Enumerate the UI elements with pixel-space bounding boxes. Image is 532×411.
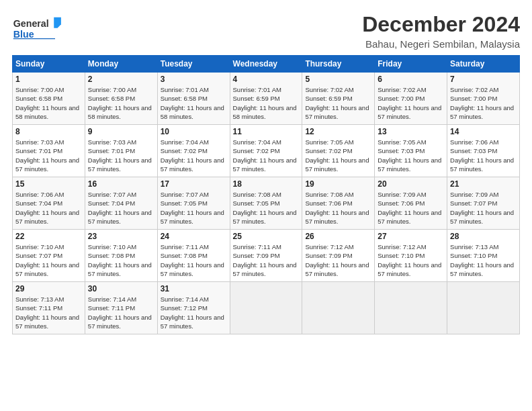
day-info: Sunrise: 7:04 AM Sunset: 7:02 PM Dayligh… (161, 138, 227, 173)
day-info: Sunrise: 7:12 AM Sunset: 7:09 PM Dayligh… (305, 242, 371, 278)
page: General Blue December 2024 Bahau, Negeri… (0, 0, 532, 411)
day-number: 15 (15, 179, 82, 189)
calendar-cell: 14 Sunrise: 7:06 AM Sunset: 7:03 PM Dayl… (447, 125, 520, 177)
calendar-cell (302, 282, 375, 334)
calendar-cell: 15 Sunrise: 7:06 AM Sunset: 7:04 PM Dayl… (13, 177, 85, 230)
calendar-header-friday: Friday (375, 56, 447, 73)
day-info: Sunrise: 7:08 AM Sunset: 7:05 PM Dayligh… (233, 190, 300, 226)
calendar-cell: 1 Sunrise: 7:00 AM Sunset: 6:58 PM Dayli… (13, 73, 85, 125)
subtitle: Bahau, Negeri Sembilan, Malaysia (362, 38, 520, 50)
calendar-header-sunday: Sunday (13, 56, 85, 73)
calendar-cell: 22 Sunrise: 7:10 AM Sunset: 7:07 PM Dayl… (13, 230, 85, 282)
day-number: 6 (378, 75, 444, 84)
calendar-header-thursday: Thursday (302, 56, 375, 73)
day-number: 29 (15, 284, 82, 293)
calendar-cell: 25 Sunrise: 7:11 AM Sunset: 7:09 PM Dayl… (230, 230, 302, 282)
day-info: Sunrise: 7:10 AM Sunset: 7:07 PM Dayligh… (15, 242, 82, 278)
day-info: Sunrise: 7:03 AM Sunset: 7:01 PM Dayligh… (88, 138, 154, 173)
day-number: 20 (378, 179, 444, 189)
day-info: Sunrise: 7:05 AM Sunset: 7:03 PM Dayligh… (378, 138, 444, 173)
calendar-cell: 3 Sunrise: 7:01 AM Sunset: 6:58 PM Dayli… (157, 73, 230, 125)
day-info: Sunrise: 7:06 AM Sunset: 7:03 PM Dayligh… (450, 138, 517, 173)
day-number: 27 (378, 232, 444, 241)
day-number: 11 (233, 127, 300, 136)
calendar-cell: 7 Sunrise: 7:02 AM Sunset: 7:00 PM Dayli… (447, 73, 520, 125)
calendar-week-3: 15 Sunrise: 7:06 AM Sunset: 7:04 PM Dayl… (13, 177, 520, 230)
calendar-cell: 13 Sunrise: 7:05 AM Sunset: 7:03 PM Dayl… (375, 125, 447, 177)
calendar-cell: 19 Sunrise: 7:08 AM Sunset: 7:06 PM Dayl… (302, 177, 375, 230)
day-number: 23 (88, 232, 154, 241)
day-number: 5 (305, 75, 371, 84)
calendar-header-monday: Monday (85, 56, 157, 73)
day-number: 18 (233, 179, 300, 189)
day-number: 19 (305, 179, 371, 189)
day-info: Sunrise: 7:08 AM Sunset: 7:06 PM Dayligh… (305, 190, 371, 226)
day-number: 22 (15, 232, 82, 241)
calendar-cell: 31 Sunrise: 7:14 AM Sunset: 7:12 PM Dayl… (157, 282, 230, 334)
calendar-header-saturday: Saturday (447, 56, 520, 73)
day-number: 30 (88, 284, 154, 293)
day-number: 12 (305, 127, 371, 136)
main-title: December 2024 (362, 12, 520, 37)
calendar-header-tuesday: Tuesday (157, 56, 230, 73)
calendar-cell (375, 282, 447, 334)
day-number: 31 (161, 284, 227, 293)
day-number: 9 (88, 127, 154, 136)
day-number: 26 (305, 232, 371, 241)
day-number: 14 (450, 127, 517, 136)
day-number: 28 (450, 232, 517, 241)
calendar-table: SundayMondayTuesdayWednesdayThursdayFrid… (12, 55, 520, 334)
calendar-cell: 12 Sunrise: 7:05 AM Sunset: 7:02 PM Dayl… (302, 125, 375, 177)
calendar-cell: 18 Sunrise: 7:08 AM Sunset: 7:05 PM Dayl… (230, 177, 302, 230)
svg-marker-1 (54, 17, 61, 28)
calendar-cell: 17 Sunrise: 7:07 AM Sunset: 7:05 PM Dayl… (157, 177, 230, 230)
day-info: Sunrise: 7:05 AM Sunset: 7:02 PM Dayligh… (305, 138, 371, 173)
day-info: Sunrise: 7:09 AM Sunset: 7:06 PM Dayligh… (378, 190, 444, 226)
calendar-cell (230, 282, 302, 334)
day-number: 4 (233, 75, 300, 84)
day-number: 25 (233, 232, 300, 241)
calendar-header-row: SundayMondayTuesdayWednesdayThursdayFrid… (13, 56, 520, 73)
calendar-cell: 23 Sunrise: 7:10 AM Sunset: 7:08 PM Dayl… (85, 230, 157, 282)
day-info: Sunrise: 7:13 AM Sunset: 7:10 PM Dayligh… (450, 242, 517, 278)
day-number: 21 (450, 179, 517, 189)
day-info: Sunrise: 7:04 AM Sunset: 7:02 PM Dayligh… (233, 138, 300, 173)
day-info: Sunrise: 7:14 AM Sunset: 7:11 PM Dayligh… (88, 295, 154, 330)
day-info: Sunrise: 7:07 AM Sunset: 7:04 PM Dayligh… (88, 190, 154, 226)
calendar-week-1: 1 Sunrise: 7:00 AM Sunset: 6:58 PM Dayli… (13, 73, 520, 125)
day-number: 1 (15, 75, 82, 84)
svg-text:General: General (13, 18, 49, 29)
day-info: Sunrise: 7:10 AM Sunset: 7:08 PM Dayligh… (88, 242, 154, 278)
title-section: December 2024 Bahau, Negeri Sembilan, Ma… (362, 12, 520, 50)
calendar-cell: 26 Sunrise: 7:12 AM Sunset: 7:09 PM Dayl… (302, 230, 375, 282)
day-number: 10 (161, 127, 227, 136)
calendar-cell: 5 Sunrise: 7:02 AM Sunset: 6:59 PM Dayli… (302, 73, 375, 125)
calendar-cell: 9 Sunrise: 7:03 AM Sunset: 7:01 PM Dayli… (85, 125, 157, 177)
calendar-cell: 27 Sunrise: 7:12 AM Sunset: 7:10 PM Dayl… (375, 230, 447, 282)
calendar-cell: 2 Sunrise: 7:00 AM Sunset: 6:58 PM Dayli… (85, 73, 157, 125)
day-number: 8 (15, 127, 82, 136)
day-number: 3 (161, 75, 227, 84)
day-info: Sunrise: 7:12 AM Sunset: 7:10 PM Dayligh… (378, 242, 444, 278)
logo: General Blue (12, 12, 66, 46)
calendar-cell: 24 Sunrise: 7:11 AM Sunset: 7:08 PM Dayl… (157, 230, 230, 282)
day-info: Sunrise: 7:07 AM Sunset: 7:05 PM Dayligh… (161, 190, 227, 226)
day-info: Sunrise: 7:00 AM Sunset: 6:58 PM Dayligh… (15, 85, 82, 121)
calendar-cell: 29 Sunrise: 7:13 AM Sunset: 7:11 PM Dayl… (13, 282, 85, 334)
calendar-cell: 4 Sunrise: 7:01 AM Sunset: 6:59 PM Dayli… (230, 73, 302, 125)
day-number: 24 (161, 232, 227, 241)
day-info: Sunrise: 7:13 AM Sunset: 7:11 PM Dayligh… (15, 295, 82, 330)
day-info: Sunrise: 7:11 AM Sunset: 7:09 PM Dayligh… (233, 242, 300, 278)
calendar-cell: 11 Sunrise: 7:04 AM Sunset: 7:02 PM Dayl… (230, 125, 302, 177)
calendar-cell: 28 Sunrise: 7:13 AM Sunset: 7:10 PM Dayl… (447, 230, 520, 282)
day-info: Sunrise: 7:14 AM Sunset: 7:12 PM Dayligh… (161, 295, 227, 330)
day-info: Sunrise: 7:00 AM Sunset: 6:58 PM Dayligh… (88, 85, 154, 121)
day-info: Sunrise: 7:01 AM Sunset: 6:59 PM Dayligh… (233, 85, 300, 121)
calendar-cell: 16 Sunrise: 7:07 AM Sunset: 7:04 PM Dayl… (85, 177, 157, 230)
day-info: Sunrise: 7:09 AM Sunset: 7:07 PM Dayligh… (450, 190, 517, 226)
calendar-week-2: 8 Sunrise: 7:03 AM Sunset: 7:01 PM Dayli… (13, 125, 520, 177)
day-info: Sunrise: 7:03 AM Sunset: 7:01 PM Dayligh… (15, 138, 82, 173)
day-number: 16 (88, 179, 154, 189)
calendar-cell (447, 282, 520, 334)
calendar-cell: 20 Sunrise: 7:09 AM Sunset: 7:06 PM Dayl… (375, 177, 447, 230)
